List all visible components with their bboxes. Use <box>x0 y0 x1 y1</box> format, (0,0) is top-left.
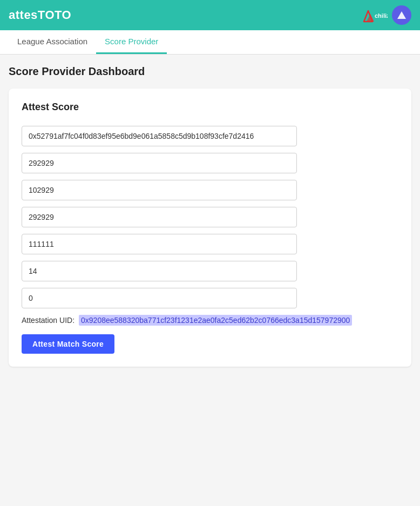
attest-match-score-button[interactable]: Attest Match Score <box>22 334 114 354</box>
field-1-group <box>22 126 398 146</box>
field-3-group <box>22 180 398 200</box>
field-6-input[interactable] <box>22 261 297 281</box>
field-6-group <box>22 261 398 281</box>
field-7-group <box>22 288 398 308</box>
field-2-input[interactable] <box>22 153 297 173</box>
chiliz-icon: chiliz <box>360 6 388 24</box>
navbar-icons: chiliz <box>360 5 411 25</box>
field-5-input[interactable] <box>22 234 297 254</box>
attestation-uid-label: Attestation UID: <box>22 316 74 325</box>
attestation-uid-value: 0x9208ee588320ba771cf23f1231e2ae0fa2c5ed… <box>79 315 352 326</box>
card-title: Attest Score <box>22 102 398 113</box>
navbar: attesTOTO chiliz <box>0 0 420 30</box>
tab-score-provider[interactable]: Score Provider <box>96 30 167 54</box>
nav-tabs-bar: League Association Score Provider <box>0 30 420 55</box>
field-4-group <box>22 207 398 227</box>
attestation-uid-row: Attestation UID: 0x9208ee588320ba771cf23… <box>22 315 398 326</box>
svg-marker-3 <box>397 11 406 19</box>
field-5-group <box>22 234 398 254</box>
svg-marker-1 <box>367 14 374 22</box>
tab-league-association[interactable]: League Association <box>9 30 96 54</box>
main-content: Score Provider Dashboard Attest Score <box>0 55 420 377</box>
field-2-group <box>22 153 398 173</box>
page-title: Score Provider Dashboard <box>9 65 411 78</box>
user-avatar[interactable] <box>392 5 411 25</box>
field-7-input[interactable] <box>22 288 297 308</box>
field-3-input[interactable] <box>22 180 297 200</box>
field-1-input[interactable] <box>22 126 297 146</box>
avatar-icon <box>396 10 407 21</box>
app-brand: attesTOTO <box>9 8 71 22</box>
svg-text:chiliz: chiliz <box>375 12 388 19</box>
attest-score-card: Attest Score Attestati <box>9 89 411 367</box>
field-4-input[interactable] <box>22 207 297 227</box>
chiliz-logo: chiliz <box>360 6 388 24</box>
